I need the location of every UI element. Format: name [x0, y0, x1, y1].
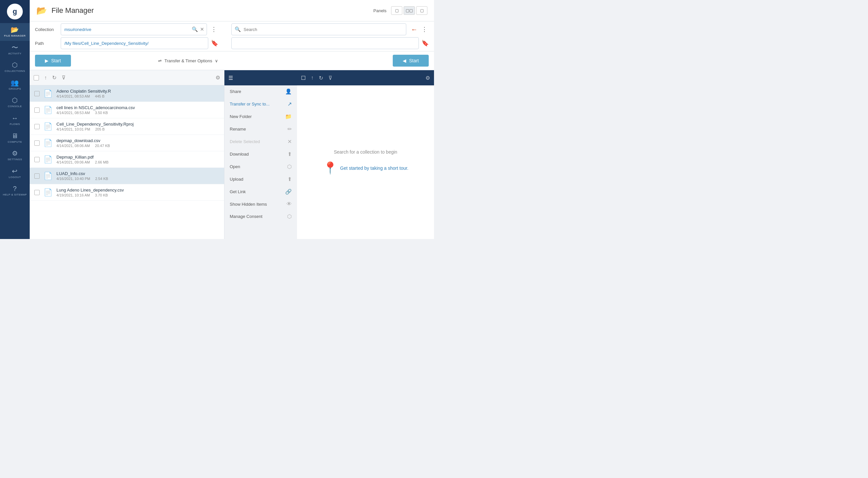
- file-name: LUAD_Info.csv: [56, 171, 219, 176]
- context-menu-container: ☰ Share 👤 Transfer or Sync to... ↗ New F…: [224, 70, 297, 239]
- sidebar-item-compute[interactable]: 🖥 COMPUTE: [0, 129, 30, 147]
- file-meta: 4/14/2021, 08:06 AM 20.47 KB: [56, 144, 219, 148]
- search-collection-icon[interactable]: 🔍: [192, 26, 198, 32]
- right-path-input[interactable]: [231, 37, 419, 49]
- context-menu-transfer[interactable]: Transfer or Sync to... ↗: [224, 98, 297, 110]
- right-search-input[interactable]: [231, 24, 406, 35]
- sidebar-item-logout[interactable]: ↩ LOGOUT: [0, 165, 30, 182]
- right-bookmark-icon[interactable]: 🔖: [422, 40, 429, 47]
- app-logo[interactable]: g: [7, 4, 23, 20]
- panels-label: Panels: [373, 8, 386, 13]
- right-panel-toolbar: ☐ ↑ ↻ ⊽ ⚙: [297, 70, 434, 86]
- sidebar-item-help[interactable]: ? HELP & SITEMAP: [0, 182, 30, 200]
- main-area: 📂 File Manager Panels ▢ ▢▢ ▢ Collection …: [30, 0, 434, 239]
- path-bookmark-icon[interactable]: 🔖: [211, 40, 218, 47]
- right-panel: ☐ ↑ ↻ ⊽ ⚙ Search for a collection to beg…: [297, 70, 434, 239]
- get-link-icon: 🔗: [285, 189, 292, 195]
- file-checkbox[interactable]: [34, 91, 40, 96]
- left-panel: ↑ ↻ ⊽ ⚙ 📄 Adeno Cisplatin Sensitivity.R …: [30, 70, 224, 239]
- file-checkbox[interactable]: [34, 190, 40, 195]
- table-row[interactable]: 📄 Lung Adeno Lines_dependency.csv 4/19/2…: [30, 184, 224, 201]
- sidebar-item-groups[interactable]: 👥 GROUPS: [0, 76, 30, 94]
- table-row[interactable]: 📄 depmap_download.csv 4/14/2021, 08:06 A…: [30, 135, 224, 151]
- collection-more-icon[interactable]: ⋮: [210, 24, 218, 34]
- flows-icon: ↔: [11, 115, 19, 121]
- file-manager-icon: 📂: [10, 26, 19, 33]
- right-up-icon[interactable]: ↑: [311, 75, 313, 81]
- triple-panel-button[interactable]: ▢: [416, 6, 427, 15]
- activity-icon: 〜: [11, 44, 19, 51]
- tour-link[interactable]: Get started by taking a short tour.: [340, 166, 409, 171]
- table-row[interactable]: 📄 Cell_Line_Dependency_Sensitivity.Rproj…: [30, 118, 224, 135]
- right-settings-icon[interactable]: ⚙: [426, 75, 430, 81]
- start-right-button[interactable]: ◀ Start: [393, 55, 429, 67]
- panels-area: ↑ ↻ ⊽ ⚙ 📄 Adeno Cisplatin Sensitivity.R …: [30, 70, 434, 239]
- context-menu-share[interactable]: Share 👤: [224, 86, 297, 98]
- table-row[interactable]: 📄 Depmap_Killian.pdf 4/14/2021, 09:06 AM…: [30, 151, 224, 168]
- file-doc-icon: 📄: [43, 172, 53, 180]
- logout-icon: ↩: [12, 168, 18, 174]
- collection-input[interactable]: [61, 24, 207, 35]
- settings-icon: ⚙: [12, 150, 18, 157]
- panels-group: ▢ ▢▢ ▢: [391, 6, 427, 15]
- right-search-line: 🔍 ← ⋮: [231, 24, 429, 35]
- file-checkbox[interactable]: [34, 173, 40, 179]
- collections-icon: ⬡: [12, 62, 18, 68]
- right-more-icon[interactable]: ⋮: [420, 24, 429, 34]
- sidebar-item-activity[interactable]: 〜 ACTIVITY: [0, 41, 30, 59]
- list-icon: ☰: [228, 75, 233, 81]
- left-filter-icon[interactable]: ⊽: [62, 74, 66, 81]
- file-checkbox[interactable]: [34, 157, 40, 162]
- sidebar-item-file-manager[interactable]: 📂 FILE MANAGER: [0, 23, 30, 41]
- left-up-icon[interactable]: ↑: [44, 75, 47, 81]
- sidebar-item-settings[interactable]: ⚙ SETTINGS: [0, 147, 30, 165]
- table-row[interactable]: 📄 LUAD_Info.csv 4/16/2021, 10:40 PM 2.54…: [30, 168, 224, 184]
- sidebar-item-console[interactable]: ⬡ CONSOLE: [0, 94, 30, 111]
- file-doc-icon: 📄: [43, 155, 53, 164]
- right-refresh-icon[interactable]: ↻: [319, 75, 323, 81]
- file-checkbox[interactable]: [34, 107, 40, 113]
- file-checkbox[interactable]: [34, 124, 40, 129]
- right-inputs: 🔍 ← ⋮ 🔖: [231, 24, 429, 49]
- context-menu-delete[interactable]: Delete Selected ✕: [224, 135, 297, 148]
- start-right-play-icon: ◀: [403, 58, 406, 63]
- transfer-options[interactable]: ⇌ Transfer & Timer Options ∨: [158, 58, 218, 63]
- file-info: Lung Adeno Lines_dependency.csv 4/19/202…: [56, 187, 219, 197]
- sidebar-item-flows[interactable]: ↔ FLOWS: [0, 111, 30, 129]
- sidebar-item-collections[interactable]: ⬡ COLLECTIONS: [0, 58, 30, 76]
- left-refresh-icon[interactable]: ↻: [52, 74, 56, 81]
- context-menu-upload[interactable]: Upload ⬆: [224, 173, 297, 185]
- left-select-all-checkbox[interactable]: [34, 75, 39, 80]
- dual-panel-button[interactable]: ▢▢: [404, 6, 415, 15]
- context-menu-show-hidden[interactable]: Show Hidden Items 👁: [224, 198, 297, 210]
- right-select-all-checkbox[interactable]: ☐: [301, 75, 306, 81]
- clear-collection-icon[interactable]: ✕: [200, 26, 204, 32]
- table-row[interactable]: 📄 Adeno Cisplatin Sensitivity.R 4/14/202…: [30, 86, 224, 102]
- right-search-icon: 🔍: [235, 26, 241, 32]
- file-meta: 4/14/2021, 08:53 AM 445 B: [56, 94, 219, 98]
- file-doc-icon: 📄: [43, 139, 53, 147]
- context-menu-rename[interactable]: Rename ✏: [224, 123, 297, 135]
- file-meta: 4/14/2021, 08:53 AM 3.50 KB: [56, 111, 219, 115]
- table-row[interactable]: 📄 cell lines in NSCLC_adenocarcinoma.csv…: [30, 102, 224, 118]
- context-menu-download[interactable]: Download ⬆: [224, 148, 297, 161]
- context-menu-manage-consent[interactable]: Manage Consent ⬡: [224, 210, 297, 223]
- header-file-manager-icon: 📂: [36, 6, 47, 16]
- path-input[interactable]: [61, 37, 208, 49]
- tour-icon: 📍: [323, 161, 338, 175]
- left-settings-icon[interactable]: ⚙: [216, 74, 220, 81]
- console-icon: ⬡: [12, 97, 18, 104]
- context-menu-open[interactable]: Open ⬡: [224, 161, 297, 173]
- file-checkbox[interactable]: [34, 140, 40, 146]
- right-filter-icon[interactable]: ⊽: [329, 75, 332, 81]
- collection-input-wrapper: 🔍 ✕: [61, 24, 207, 35]
- file-name: Adeno Cisplatin Sensitivity.R: [56, 89, 219, 94]
- help-icon: ?: [13, 185, 17, 192]
- start-left-button[interactable]: ▶ Start: [35, 55, 71, 67]
- context-menu-new-folder[interactable]: New Folder 📁: [224, 110, 297, 123]
- page-title: File Manager: [52, 6, 94, 15]
- left-file-list: 📄 Adeno Cisplatin Sensitivity.R 4/14/202…: [30, 86, 224, 239]
- context-menu-get-link[interactable]: Get Link 🔗: [224, 185, 297, 198]
- transfer-bar: ▶ Start ⇌ Transfer & Timer Options ∨ ◀ S…: [30, 52, 434, 70]
- single-panel-button[interactable]: ▢: [391, 6, 402, 15]
